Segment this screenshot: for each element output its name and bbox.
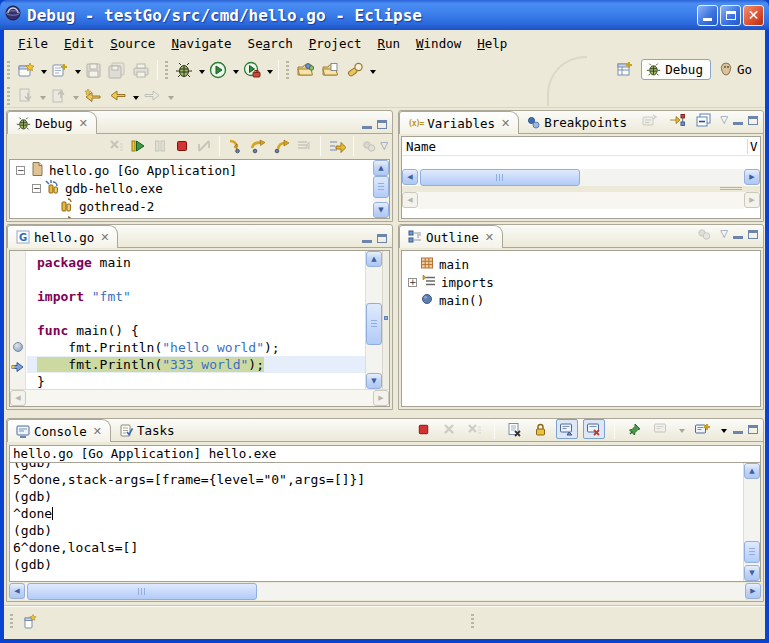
filters-button[interactable] <box>358 135 380 157</box>
title-bar[interactable]: Debug - testGo/src/cmd/hello.go - Eclips… <box>0 0 769 30</box>
column-value[interactable]: V <box>747 139 760 154</box>
tree-expander-icon[interactable]: − <box>32 184 41 193</box>
tab-breakpoints[interactable]: Breakpoints <box>519 111 635 133</box>
outline-item[interactable]: main <box>402 255 760 273</box>
console-lines[interactable]: (gdb)5^done,stack-args=[frame={level="0"… <box>13 462 740 573</box>
scroll-thumb[interactable] <box>420 169 580 186</box>
toolbar-drag-handle[interactable] <box>286 61 289 79</box>
close-tab-icon[interactable]: ✕ <box>79 117 88 130</box>
scroll-thumb[interactable] <box>373 176 389 198</box>
minimize-button[interactable] <box>697 5 718 26</box>
debug-tree-item[interactable]: −gdb-hello.exe <box>10 179 372 197</box>
show-type-names-button[interactable] <box>639 111 661 129</box>
maximize-button[interactable] <box>720 5 741 26</box>
step-over-button[interactable] <box>247 135 270 157</box>
tab-outline[interactable]: Outline ✕ <box>399 225 503 248</box>
toolbar-drag-handle[interactable] <box>165 61 168 79</box>
forward-button[interactable] <box>140 85 165 107</box>
disconnect-button[interactable] <box>193 135 215 157</box>
clear-console-button[interactable] <box>504 419 525 439</box>
menu-run[interactable]: Run <box>369 33 408 54</box>
open-artifact-button[interactable] <box>293 59 318 81</box>
step-return-button[interactable] <box>270 135 293 157</box>
back-button[interactable] <box>105 85 130 107</box>
debug-tree-item[interactable]: −hello.go [Go Application] <box>10 161 372 179</box>
print-button[interactable] <box>129 59 153 81</box>
overview-ruler[interactable] <box>382 251 389 389</box>
console-line[interactable]: ^done <box>13 505 740 522</box>
forward-dropdown[interactable] <box>168 96 174 103</box>
fast-view-button[interactable] <box>19 610 41 632</box>
run-button[interactable] <box>206 59 230 81</box>
scroll-up-icon[interactable]: ▲ <box>744 463 760 479</box>
debug-button[interactable] <box>172 59 196 81</box>
console-line[interactable]: (gdb) <box>13 556 740 573</box>
variables-empty-row[interactable] <box>402 156 760 169</box>
search-dropdown[interactable] <box>370 70 376 77</box>
show-stdout-button[interactable] <box>556 419 578 439</box>
open-console-dropdown[interactable] <box>721 429 727 436</box>
menu-file[interactable]: File <box>10 33 56 54</box>
external-tools-dropdown[interactable] <box>267 70 273 77</box>
view-menu-icon[interactable]: ▽ <box>720 229 728 239</box>
perspective-tab-go[interactable]: Go <box>715 60 759 79</box>
remove-all-terminated-button[interactable] <box>464 419 485 439</box>
tree-expander-icon[interactable]: − <box>16 166 25 175</box>
back-dropdown[interactable] <box>133 96 139 103</box>
outline-item[interactable]: main() <box>402 291 760 309</box>
minimize-view-icon[interactable] <box>362 240 372 243</box>
code-line[interactable]: func main() { <box>27 322 365 339</box>
menu-edit[interactable]: Edit <box>56 33 102 54</box>
console-output[interactable]: (gdb)5^done,stack-args=[frame={level="0"… <box>9 462 761 582</box>
terminate-button[interactable] <box>171 135 193 157</box>
detail-pane-scrollbar[interactable]: ◀ ▶ <box>402 192 760 209</box>
menu-source[interactable]: Source <box>102 33 163 54</box>
scroll-down-icon[interactable]: ▼ <box>744 565 760 581</box>
new-wizard-dropdown[interactable] <box>41 70 47 77</box>
instruction-pointer-icon[interactable] <box>11 358 24 377</box>
save-all-button[interactable] <box>105 59 129 81</box>
menu-project[interactable]: Project <box>301 33 370 54</box>
next-annotation-button[interactable] <box>14 85 37 107</box>
scroll-left-icon[interactable]: ◀ <box>9 583 25 599</box>
debug-vertical-scrollbar[interactable]: ▲ ▼ <box>373 160 389 218</box>
close-tab-icon[interactable]: ✕ <box>501 117 510 130</box>
code-line[interactable]: fmt.Println("hello world"); <box>27 339 365 356</box>
new-element-button[interactable] <box>48 59 72 81</box>
display-selected-console-dropdown[interactable] <box>679 429 685 436</box>
scroll-left-icon[interactable]: ◀ <box>402 169 418 185</box>
editor-vertical-scrollbar[interactable]: ▲ ▼ <box>365 251 382 389</box>
use-step-filters-button[interactable] <box>325 135 349 157</box>
minimize-view-icon[interactable] <box>362 126 372 129</box>
display-selected-console-button[interactable] <box>650 419 671 439</box>
remove-all-terminated-button[interactable] <box>105 135 127 157</box>
tab-tasks[interactable]: Tasks <box>111 419 183 441</box>
perspective-tab-debug[interactable]: Debug <box>641 59 711 80</box>
collapse-all-button[interactable] <box>693 111 715 129</box>
scroll-right-icon[interactable]: ▶ <box>744 169 760 185</box>
step-into-button[interactable] <box>224 135 247 157</box>
scroll-down-icon[interactable]: ▼ <box>373 202 389 218</box>
view-menu-icon[interactable]: ▽ <box>720 115 728 125</box>
menu-search[interactable]: Search <box>240 33 301 54</box>
tree-expander-icon[interactable]: + <box>408 278 417 287</box>
console-line[interactable]: (gdb) <box>13 522 740 539</box>
next-annotation-dropdown[interactable] <box>40 96 46 103</box>
current-line-marker[interactable] <box>384 316 388 320</box>
show-stderr-button[interactable] <box>583 419 605 439</box>
code-line[interactable]: fmt.Println("333 world"); <box>27 356 365 373</box>
maximize-view-icon[interactable] <box>748 116 758 125</box>
external-tools-button[interactable] <box>240 59 264 81</box>
show-logical-structures-button[interactable] <box>666 111 688 129</box>
menu-help[interactable]: Help <box>469 33 515 54</box>
maximize-view-icon[interactable] <box>748 425 758 434</box>
tab-debug[interactable]: Debug ✕ <box>7 111 97 134</box>
code-line[interactable] <box>27 271 365 288</box>
console-line[interactable]: 5^done,stack-args=[frame={level="0",args… <box>13 471 740 488</box>
debug-tree-item[interactable] <box>10 215 372 218</box>
minimize-view-icon[interactable] <box>733 122 743 125</box>
editor-horizontal-scrollbar[interactable]: ◀ ▶ <box>10 389 389 406</box>
scroll-up-icon[interactable]: ▲ <box>373 160 389 176</box>
breakpoint-icon[interactable] <box>13 342 23 352</box>
console-vertical-scrollbar[interactable]: ▲ ▼ <box>743 463 760 581</box>
